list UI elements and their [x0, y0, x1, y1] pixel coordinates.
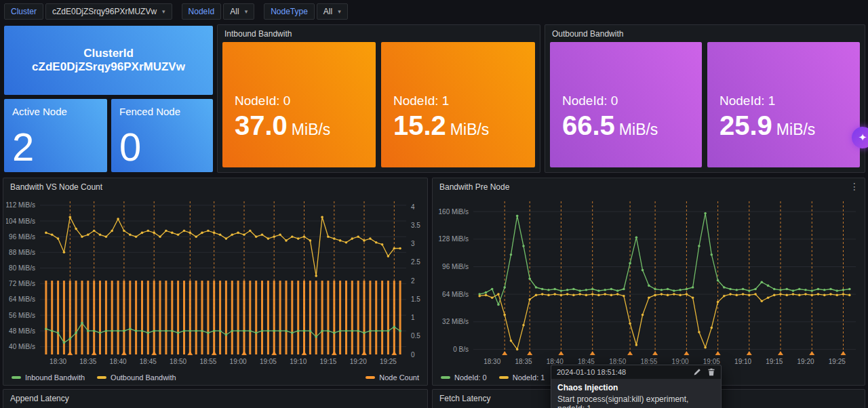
var-nodetype-label: NodeType — [264, 3, 315, 20]
svg-text:40 MiB/s: 40 MiB/s — [9, 343, 35, 350]
active-node-value: 2 — [12, 128, 99, 165]
svg-text:128 MiB/s: 128 MiB/s — [439, 235, 469, 243]
var-cluster-select[interactable]: cZdE0DjZSrqy96PXrMUZVw ▾ — [45, 3, 172, 20]
var-nodeid-select[interactable]: All ▾ — [223, 3, 254, 20]
legend-nodeid-1[interactable]: NodeId: 1 — [499, 373, 545, 382]
svg-text:96 MiB/s: 96 MiB/s — [442, 263, 469, 270]
var-nodetype-value: All — [323, 7, 332, 16]
annotation-tooltip-body: Chaos Injection Start process(signal:kil… — [551, 379, 721, 408]
annotation-timestamp: 2024-01-10 18:51:48 — [557, 368, 626, 376]
bandwidth-vs-node-count-chart-area: 112 MiB/s104 MiB/s96 MiB/s88 MiB/s80 MiB… — [3, 196, 427, 369]
var-cluster: Cluster cZdE0DjZSrqy96PXrMUZVw ▾ — [4, 3, 172, 20]
bandwidth-per-node-chart-area: 160 MiB/s128 MiB/s96 MiB/s64 MiB/s32 MiB… — [433, 196, 865, 369]
active-node-stat-tile: Active Node 2 — [4, 99, 107, 172]
svg-text:48 MiB/s: 48 MiB/s — [9, 327, 35, 335]
inbound-node1-value: 15.2MiB/s — [393, 111, 523, 140]
outbound-panel-title[interactable]: Outbound Bandwith — [545, 25, 865, 43]
clusterid-value: cZdE0DjZSrqy96PXrMUZVw — [32, 60, 185, 74]
outbound-node1-stat-tile: NodeId: 1 25.9MiB/s — [707, 42, 860, 167]
svg-text:19:15: 19:15 — [319, 358, 336, 365]
bandwidth-per-node-chart[interactable]: 160 MiB/s128 MiB/s96 MiB/s64 MiB/s32 MiB… — [435, 196, 861, 367]
bandwidth-vs-node-count-chart[interactable]: 112 MiB/s104 MiB/s96 MiB/s88 MiB/s80 MiB… — [6, 196, 424, 367]
svg-text:72 MiB/s: 72 MiB/s — [9, 280, 35, 287]
outbound-node0-label: NodeId: 0 — [562, 94, 690, 108]
bandwidth-per-node-panel: Bandwith Pre Node ⋮ 160 MiB/s128 MiB/s96… — [432, 178, 865, 386]
bandwidth-vs-node-count-title[interactable]: Bandwith VS Node Count — [3, 178, 427, 196]
dashboard: Cluster cZdE0DjZSrqy96PXrMUZVw ▾ NodeId … — [0, 0, 868, 408]
legend-swatch — [12, 376, 21, 379]
var-nodeid-label: NodeId — [182, 3, 222, 20]
bandwidth-vs-node-count-panel: Bandwith VS Node Count 112 MiB/s104 MiB/… — [3, 178, 428, 386]
legend-swatch — [97, 376, 106, 379]
fenced-node-stat-tile: Fenced Node 0 — [111, 99, 213, 172]
edit-annotation-icon[interactable] — [693, 368, 701, 376]
svg-text:4: 4 — [411, 203, 415, 211]
append-latency-panel: Append Latency — [3, 389, 428, 408]
chevron-down-icon: ▾ — [162, 9, 165, 15]
annotation-tooltip: 2024-01-10 18:51:48 Chaos Injection Star… — [551, 365, 722, 408]
legend-outbound-bandwith[interactable]: Outbound Bandwith — [97, 373, 176, 382]
svg-text:18:30: 18:30 — [50, 358, 66, 365]
fenced-node-value: 0 — [119, 128, 205, 165]
svg-text:88 MiB/s: 88 MiB/s — [9, 249, 35, 256]
svg-text:18:50: 18:50 — [170, 358, 186, 365]
svg-text:18:45: 18:45 — [140, 358, 157, 365]
svg-text:18:55: 18:55 — [199, 358, 216, 365]
svg-text:2: 2 — [411, 277, 415, 285]
legend-node-count[interactable]: Node Count — [366, 373, 419, 382]
variable-bar: Cluster cZdE0DjZSrqy96PXrMUZVw ▾ NodeId … — [0, 0, 868, 23]
legend-inbound-bandwith[interactable]: Inbound Bandwith — [12, 373, 85, 382]
svg-text:19:15: 19:15 — [766, 358, 783, 365]
inbound-panel-title[interactable]: Intbound Bandwith — [218, 25, 540, 43]
svg-text:1.5: 1.5 — [411, 295, 420, 303]
outbound-node0-stat-tile: NodeId: 0 66.5MiB/s — [550, 42, 702, 167]
annotation-tooltip-header: 2024-01-10 18:51:48 — [551, 365, 721, 379]
var-nodeid: NodeId All ▾ — [182, 3, 255, 20]
svg-text:19:25: 19:25 — [829, 358, 846, 365]
svg-text:80 MiB/s: 80 MiB/s — [9, 264, 35, 272]
svg-text:0.5: 0.5 — [411, 332, 420, 340]
inbound-node0-value: 37.0MiB/s — [235, 111, 363, 140]
delete-annotation-icon[interactable] — [707, 368, 715, 376]
svg-text:19:05: 19:05 — [260, 358, 277, 365]
svg-text:64 MiB/s: 64 MiB/s — [442, 291, 469, 298]
bandwidth-per-node-title[interactable]: Bandwith Pre Node ⋮ — [433, 178, 865, 196]
svg-text:18:30: 18:30 — [484, 358, 500, 365]
legend-swatch — [499, 376, 509, 379]
svg-text:18:40: 18:40 — [110, 358, 127, 365]
legend-swatch — [366, 376, 375, 379]
sparkle-icon: ✦ — [859, 131, 867, 144]
var-cluster-label: Cluster — [4, 3, 43, 20]
svg-text:19:10: 19:10 — [734, 358, 751, 365]
chart1-legend: Inbound Bandwith Outbound Bandwith Node … — [3, 369, 427, 386]
legend-nodeid-0[interactable]: NodeId: 0 — [441, 373, 487, 382]
inbound-node0-label: NodeId: 0 — [235, 94, 363, 108]
svg-text:19:20: 19:20 — [797, 358, 814, 365]
var-nodeid-value: All — [230, 7, 239, 16]
append-latency-title[interactable]: Append Latency — [3, 390, 427, 407]
svg-text:160 MiB/s: 160 MiB/s — [439, 208, 469, 216]
svg-text:104 MiB/s: 104 MiB/s — [6, 218, 35, 225]
svg-text:96 MiB/s: 96 MiB/s — [9, 233, 35, 241]
clusterid-title: ClusterId — [83, 47, 134, 60]
svg-text:3: 3 — [411, 240, 415, 247]
var-cluster-value: cZdE0DjZSrqy96PXrMUZVw — [52, 7, 157, 16]
clusterid-stat-tile: ClusterId cZdE0DjZSrqy96PXrMUZVw — [4, 26, 213, 95]
svg-text:19:20: 19:20 — [350, 358, 367, 365]
inbound-node1-stat-tile: NodeId: 1 15.2MiB/s — [381, 42, 535, 167]
svg-text:18:35: 18:35 — [515, 358, 532, 365]
assistant-button[interactable]: ✦ — [852, 127, 868, 148]
svg-text:19:10: 19:10 — [290, 358, 307, 365]
annotation-description: Start process(signal:kill) experiment, n… — [557, 394, 715, 408]
annotation-title: Chaos Injection — [557, 383, 715, 392]
legend-swatch — [441, 376, 450, 379]
svg-text:18:35: 18:35 — [79, 358, 96, 365]
svg-text:3.5: 3.5 — [411, 222, 420, 229]
svg-text:0 B/s: 0 B/s — [453, 346, 469, 353]
svg-text:19:25: 19:25 — [380, 358, 397, 365]
svg-text:0: 0 — [411, 351, 415, 359]
var-nodetype-select[interactable]: All ▾ — [317, 3, 348, 20]
panel-menu-icon[interactable]: ⋮ — [850, 181, 859, 192]
svg-text:2.5: 2.5 — [411, 258, 420, 266]
active-node-label: Active Node — [12, 106, 99, 117]
